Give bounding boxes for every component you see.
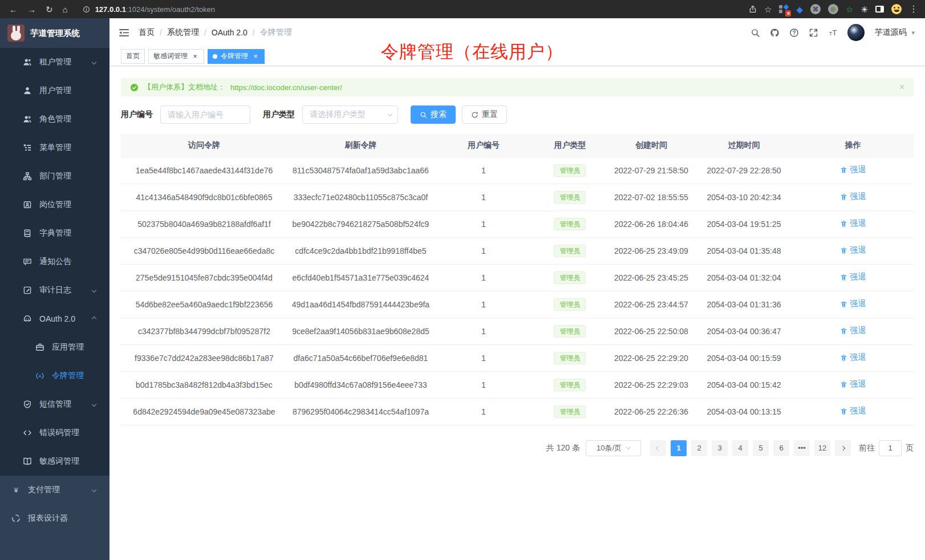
sidebar-item-sms[interactable]: 短信管理 [0,390,109,419]
page-button-1[interactable]: 1 [671,440,687,456]
sidebar-item-post[interactable]: 岗位管理 [0,190,109,219]
errcode-icon [23,428,32,437]
force-logout-button[interactable]: 强退 [840,245,866,255]
url-text[interactable]: 127.0.0.1:1024/system/oauth2/token [95,5,215,14]
pager-more-button[interactable]: ••• [794,440,810,456]
tab-首页[interactable]: 首页 [121,49,145,64]
tab-令牌管理[interactable]: 令牌管理× [208,49,265,64]
force-logout-button[interactable]: 强退 [840,272,866,282]
sidebar-item-sensitive[interactable]: 敏感词管理 [0,447,109,476]
page-button-5[interactable]: 5 [753,440,769,456]
info-icon[interactable] [83,6,90,13]
sidebar-item-app[interactable]: 应用管理 [0,333,109,362]
sidebar-item-dict[interactable]: 字典管理 [0,219,109,247]
sidebar-item-menu-tree[interactable]: 菜单管理 [0,133,109,162]
fontsize-icon[interactable]: TT [828,28,838,38]
next-page-button[interactable] [835,440,851,456]
share-icon[interactable] [749,5,757,14]
force-logout-button[interactable]: 强退 [840,165,866,175]
table-row: 502375b8040a469a9b82188afdf6af1f be90422… [121,210,914,237]
goto-page-input[interactable] [879,440,902,456]
page-size-select[interactable]: 10条/页 [586,440,641,456]
trash-icon [840,301,847,308]
tab-敏感词管理[interactable]: 敏感词管理× [148,49,204,64]
force-logout-button[interactable]: 强退 [840,326,866,336]
sidebar-item-report[interactable]: 报表设计器 [0,504,109,533]
page-button-3[interactable]: 3 [712,440,728,456]
split-icon[interactable] [875,6,884,13]
chevron-down-icon [626,445,631,449]
force-logout-button[interactable]: 强退 [840,192,866,202]
browser-nav: ←→↻⌂ [9,5,68,14]
refresh-token-cell: 49d1aa46d1454fbd87591444423be9fa [287,291,434,318]
record-icon[interactable] [828,4,838,14]
sidebar-collapse-icon[interactable] [119,28,129,38]
search-icon[interactable] [750,28,760,38]
search-button[interactable]: 搜索 [411,105,456,124]
sidebar-item-notice[interactable]: 通知公告 [0,247,109,276]
user-id-input[interactable] [160,105,250,124]
force-logout-label: 强退 [850,299,866,309]
page-button-12[interactable]: 12 [814,440,830,456]
user-type-select[interactable]: 请选择用户类型 [302,105,398,124]
home-icon[interactable]: ⌂ [63,5,68,14]
user-type-tag: 管理员 [554,245,586,257]
sidebar-item-token[interactable]: A 令牌管理 [0,362,109,390]
force-logout-button[interactable]: 强退 [840,379,866,389]
star-icon[interactable]: ☆ [764,5,772,14]
back-icon[interactable]: ← [9,5,18,14]
logo-rabbit-image [7,25,25,42]
navbar-actions: TT 芋道源码 ▾ [750,24,915,41]
user-avatar[interactable] [847,24,865,41]
sidebar-item-errcode[interactable]: 错误码管理 [0,419,109,447]
address-bar[interactable]: 127.0.0.1:1024/system/oauth2/token [83,5,749,14]
breadcrumb-item[interactable]: 系统管理 [167,27,199,38]
app-logo[interactable]: 芋道管理系统 [0,18,109,48]
green-star-icon[interactable]: ☆ [846,5,853,14]
username-label[interactable]: 芋道源码 [874,27,906,38]
token-icon: A [35,371,44,380]
menu-dots-icon[interactable]: ⋮ [909,5,918,14]
force-logout-button[interactable]: 强退 [840,299,866,309]
user-menu-caret-icon[interactable]: ▾ [911,29,915,36]
force-logout-button[interactable]: 强退 [840,352,866,363]
close-icon[interactable]: × [191,52,199,60]
refresh-token-cell: 9ce8ef2aa9f14056b831ae9b608e28d5 [287,318,434,344]
alert-close-icon[interactable]: × [899,83,904,92]
breadcrumb-separator: / [160,28,162,37]
close-icon[interactable]: × [251,52,259,60]
reset-button[interactable]: 重置 [462,105,507,124]
sidebar-item-pay[interactable]: ¥ 支付管理 [0,476,109,504]
gem-icon[interactable]: ◆ [796,5,803,14]
sidebar-item-oauth[interactable]: OAuth 2.0 [0,305,109,333]
goto-label: 前往 [859,443,875,453]
page-button-4[interactable]: 4 [732,440,748,456]
emoji-icon[interactable] [891,4,902,14]
reload-icon[interactable]: ↻ [46,5,53,14]
sidebar-item-audit[interactable]: 审计日志 [0,276,109,305]
forward-icon[interactable]: → [27,5,36,14]
prev-page-button[interactable] [650,440,666,456]
page-button-2[interactable]: 2 [691,440,707,456]
sidebar-item-tenant[interactable]: 租户管理 [0,48,109,76]
force-logout-button[interactable]: 强退 [840,406,866,416]
sidebar-item-role[interactable]: 角色管理 [0,105,109,133]
extensions-icon[interactable]: 9 [779,5,789,14]
sidebar-item-user[interactable]: 用户管理 [0,76,109,105]
total-count-label: 共 120 条 [546,443,580,453]
column-header: 过期时间 [696,134,793,157]
pinwheel-icon[interactable]: ✳ [861,5,868,14]
help-icon[interactable] [789,28,799,38]
sidebar-item-dept[interactable]: 部门管理 [0,162,109,190]
breadcrumb-item[interactable]: 首页 [139,27,155,38]
command-icon[interactable]: ⌘ [810,4,821,14]
breadcrumb-item[interactable]: OAuth 2.0 [212,28,248,37]
fullscreen-icon[interactable] [809,28,818,38]
notice-icon [23,257,32,266]
page-button-6[interactable]: 6 [773,440,789,456]
doc-link[interactable]: https://doc.iocoder.cn/user-center/ [230,83,342,92]
force-logout-button[interactable]: 强退 [840,218,866,229]
column-header: 用户类型 [533,134,607,157]
create-time-cell: 2022-06-25 22:50:08 [607,318,696,344]
github-icon[interactable] [770,28,780,38]
